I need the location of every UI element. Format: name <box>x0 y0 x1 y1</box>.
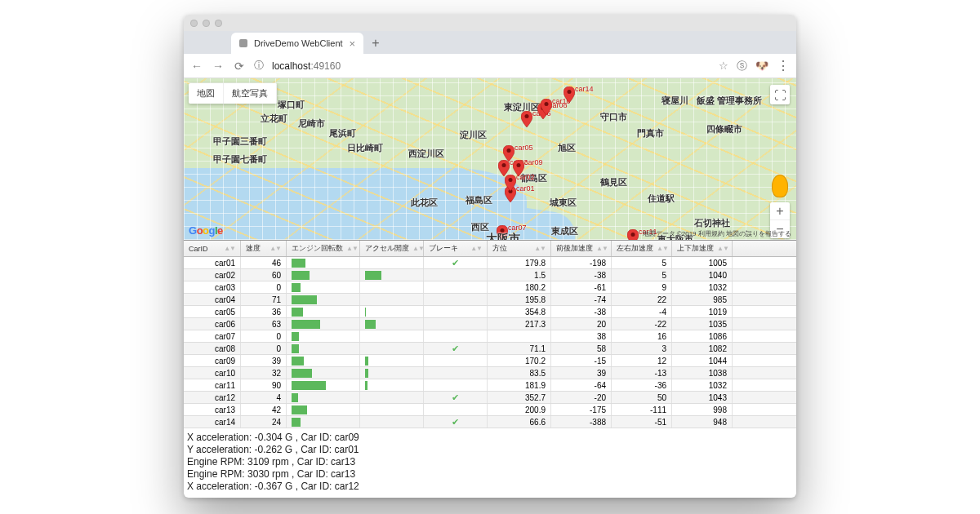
map-attribution[interactable]: 地図データ ©2019 利用規約 地図の誤りを報告する <box>643 229 791 238</box>
map-marker[interactable]: car10 <box>541 99 552 115</box>
sort-icon: ▲▼ <box>717 245 728 252</box>
url-field[interactable]: localhost:49160 <box>272 60 710 72</box>
table-cell: car05 <box>184 306 241 317</box>
table-cell: -74 <box>551 294 612 305</box>
window-minimize-button[interactable] <box>203 20 210 27</box>
table-row[interactable]: car124✔352.7-20501043 <box>184 392 796 404</box>
map-marker[interactable]: car02 <box>505 175 516 191</box>
map-place-label: 甲子園三番町 <box>213 135 267 148</box>
table-cell: -111 <box>612 404 672 415</box>
extension-skype-icon[interactable]: ⓢ <box>737 59 747 73</box>
tab-bar: DriveDemo WebClient × + <box>184 31 796 54</box>
map-place-label: 門真市 <box>637 127 664 140</box>
map-place-label: 福島区 <box>466 194 492 206</box>
table-row[interactable]: car1424✔66.6-388-51948 <box>184 416 796 428</box>
reload-button[interactable]: ⟳ <box>233 60 246 73</box>
map-place-label: 城東区 <box>550 197 577 209</box>
table-cell: 1019 <box>672 306 733 317</box>
table-cell: car07 <box>184 330 241 342</box>
map-marker[interactable]: car09 <box>513 160 524 176</box>
table-cell: car03 <box>184 281 241 293</box>
map-marker[interactable]: car05 <box>503 145 514 162</box>
table-cell: 5 <box>612 257 672 268</box>
map-place-label: 四條畷市 <box>706 123 742 135</box>
table-cell <box>424 379 488 391</box>
table-cell: 5 <box>612 269 672 281</box>
table-cell: 50 <box>612 392 672 403</box>
table-cell: 12 <box>612 355 672 366</box>
zoom-in-button[interactable]: + <box>770 202 790 220</box>
bookmark-star-icon[interactable]: ☆ <box>719 60 728 72</box>
check-icon: ✔ <box>452 343 459 354</box>
window-close-button[interactable] <box>190 20 198 27</box>
table-cell <box>287 404 360 415</box>
table-row[interactable]: car1342200.9-175-111998 <box>184 404 796 416</box>
table-cell: ✔ <box>424 392 488 403</box>
column-header[interactable]: CarID▲▼ <box>184 241 241 256</box>
map-marker[interactable]: car03 <box>498 160 510 176</box>
sort-icon: ▲▼ <box>346 245 358 252</box>
table-cell: 71 <box>241 294 287 305</box>
site-info-icon[interactable]: ⓘ <box>254 59 264 73</box>
browser-tab[interactable]: DriveDemo WebClient × <box>231 33 363 54</box>
map-marker[interactable]: car06 <box>521 111 532 127</box>
forward-button[interactable]: → <box>212 60 225 73</box>
check-icon: ✔ <box>452 258 459 268</box>
column-header[interactable]: 上下加速度▲▼ <box>672 241 733 256</box>
fullscreen-icon[interactable]: ⛶ <box>770 85 790 104</box>
table-cell <box>424 404 488 415</box>
column-header[interactable]: アクセル開度▲▼ <box>360 241 424 256</box>
table-cell <box>360 306 424 317</box>
map-type-map[interactable]: 地図 <box>189 83 224 104</box>
map-marker[interactable]: car14 <box>564 86 575 103</box>
pegman-icon[interactable] <box>772 175 788 197</box>
column-header[interactable]: ブレーキ▲▼ <box>424 241 488 256</box>
table-row[interactable]: car0471195.8-7422985 <box>184 294 796 306</box>
map-place-label: 尾浜町 <box>329 127 356 140</box>
table-row[interactable]: car0663217.320-221035 <box>184 318 796 330</box>
window-zoom-button[interactable] <box>215 20 222 27</box>
chrome-menu-button[interactable]: ⋮ <box>777 58 790 73</box>
table-row[interactable]: car103283.539-131038 <box>184 367 796 379</box>
profile-avatar-icon[interactable]: 🐶 <box>755 60 768 72</box>
table-cell: 1086 <box>672 330 733 342</box>
table-row[interactable]: car0146✔179.8-19851005 <box>184 257 796 269</box>
google-logo: Google <box>189 224 223 237</box>
table-cell <box>424 294 488 305</box>
table-cell: 1082 <box>672 343 733 354</box>
table-cell: 948 <box>672 416 733 428</box>
close-icon[interactable]: × <box>350 38 356 50</box>
table-row[interactable]: car07038161086 <box>184 330 796 343</box>
table-cell: -64 <box>551 379 612 391</box>
svg-point-10 <box>568 90 572 94</box>
new-tab-button[interactable]: + <box>363 36 387 54</box>
back-button[interactable]: ← <box>190 60 203 73</box>
map-type-satellite[interactable]: 航空写真 <box>224 83 277 104</box>
table-cell <box>287 257 360 268</box>
table-row[interactable]: car02601.5-3851040 <box>184 269 796 281</box>
table-row[interactable]: car0536354.8-38-41019 <box>184 306 796 318</box>
column-header[interactable]: 方位▲▼ <box>488 241 551 256</box>
map-marker[interactable]: car11 <box>627 229 639 240</box>
map-canvas[interactable]: 尼崎市立花町尾浜町日比崎町塚口町甲子園三番町甲子園七番町西淀川区淀川区此花区福島… <box>184 78 796 240</box>
table-cell <box>488 330 551 342</box>
column-header[interactable]: 左右加速度▲▼ <box>612 241 672 256</box>
url-host: localhost <box>272 60 310 72</box>
column-header[interactable]: 速度▲▼ <box>241 241 287 256</box>
table-cell: 36 <box>241 306 287 317</box>
table-row[interactable]: car030180.2-6191032 <box>184 281 796 294</box>
table-cell <box>287 343 360 354</box>
table-row[interactable]: car0939170.2-15121044 <box>184 355 796 367</box>
table-cell <box>360 281 424 293</box>
table-cell: -38 <box>551 306 612 317</box>
table-row[interactable]: car080✔71.15831082 <box>184 343 796 355</box>
table-cell: 170.2 <box>488 355 551 366</box>
table-row[interactable]: car1190181.9-64-361032 <box>184 379 796 392</box>
column-header[interactable]: 前後加速度▲▼ <box>551 241 612 256</box>
header-label: ブレーキ <box>429 243 458 254</box>
column-header[interactable]: エンジン回転数▲▼ <box>287 241 360 256</box>
table-cell <box>287 294 360 305</box>
svg-point-3 <box>507 148 511 153</box>
map-place-label: 東成区 <box>551 225 578 237</box>
table-cell: 22 <box>612 294 672 305</box>
